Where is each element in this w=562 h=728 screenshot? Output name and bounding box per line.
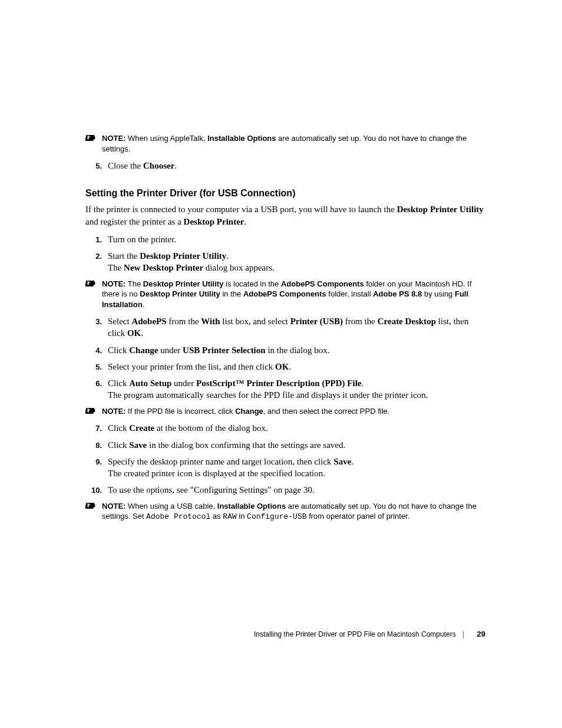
step-10: 10. To use the options, see "Configuring… <box>85 484 485 496</box>
step-7: 7. Click Create at the bottom of the dia… <box>85 422 485 434</box>
step-1: 1. Turn on the printer. <box>85 233 485 245</box>
step-body: Click Auto Setup under PostScript™ Print… <box>102 377 485 401</box>
note-appletalk: NOTE: When using AppleTalk, Installable … <box>85 133 485 154</box>
step-3: 3. Select AdobePS from the With list box… <box>85 315 485 340</box>
footer-separator: | <box>462 630 464 638</box>
page-content: NOTE: When using AppleTalk, Installable … <box>0 0 562 522</box>
step-body: Select AdobePS from the With list box, a… <box>102 315 485 340</box>
step-number: 10. <box>85 484 102 496</box>
note-text: NOTE: The Desktop Printer Utility is loc… <box>102 279 485 310</box>
step-number: 6. <box>85 377 102 401</box>
note-usb-cable: NOTE: When using a USB cable, Installabl… <box>85 501 485 522</box>
note-icon <box>85 502 97 510</box>
section-heading-usb: Setting the Printer Driver (for USB Conn… <box>85 188 485 199</box>
footer-title: Installing the Printer Driver or PPD Fil… <box>254 630 456 638</box>
step-number: 5. <box>85 361 102 373</box>
step-5-close-chooser: 5. Close the Chooser. <box>85 160 485 172</box>
step-body: Click Save in the dialog box confirming … <box>102 439 485 451</box>
step-number: 2. <box>85 250 102 274</box>
step-number: 1. <box>85 233 102 245</box>
step-body: Start the Desktop Printer Utility. The N… <box>102 250 485 274</box>
step-body: Click Change under USB Printer Selection… <box>102 344 485 356</box>
page-footer: Installing the Printer Driver or PPD Fil… <box>254 630 485 638</box>
step-body: Specify the desktop printer name and tar… <box>102 456 485 480</box>
step-number: 7. <box>85 422 102 434</box>
step-body: Click Create at the bottom of the dialog… <box>102 422 485 434</box>
step-2: 2. Start the Desktop Printer Utility. Th… <box>85 250 485 274</box>
note-ppd-incorrect: NOTE: If the PPD file is incorrect, clic… <box>85 406 485 417</box>
step-body: Close the Chooser. <box>102 160 485 172</box>
step-8: 8. Click Save in the dialog box confirmi… <box>85 439 485 451</box>
step-6: 6. Click Auto Setup under PostScript™ Pr… <box>85 377 485 401</box>
note-icon <box>85 134 97 142</box>
step-4: 4. Click Change under USB Printer Select… <box>85 344 485 356</box>
note-text: NOTE: If the PPD file is incorrect, clic… <box>102 406 485 417</box>
note-text: NOTE: When using AppleTalk, Installable … <box>102 133 485 154</box>
step-9: 9. Specify the desktop printer name and … <box>85 456 485 480</box>
step-number: 9. <box>85 456 102 480</box>
step-number: 3. <box>85 315 102 340</box>
note-icon <box>85 279 97 288</box>
step-body: To use the options, see "Configuring Set… <box>102 484 485 496</box>
step-5: 5. Select your printer from the list, an… <box>85 361 485 373</box>
note-text: NOTE: When using a USB cable, Installabl… <box>102 501 485 522</box>
step-body: Turn on the printer. <box>102 233 485 245</box>
page-number: 29 <box>477 630 485 638</box>
note-desktop-printer-utility: NOTE: The Desktop Printer Utility is loc… <box>85 279 485 310</box>
step-number: 5. <box>85 160 102 172</box>
note-icon <box>85 407 97 415</box>
intro-paragraph: If the printer is connected to your comp… <box>85 203 485 228</box>
step-number: 8. <box>85 439 102 451</box>
step-body: Select your printer from the list, and t… <box>102 361 485 373</box>
step-number: 4. <box>85 344 102 356</box>
